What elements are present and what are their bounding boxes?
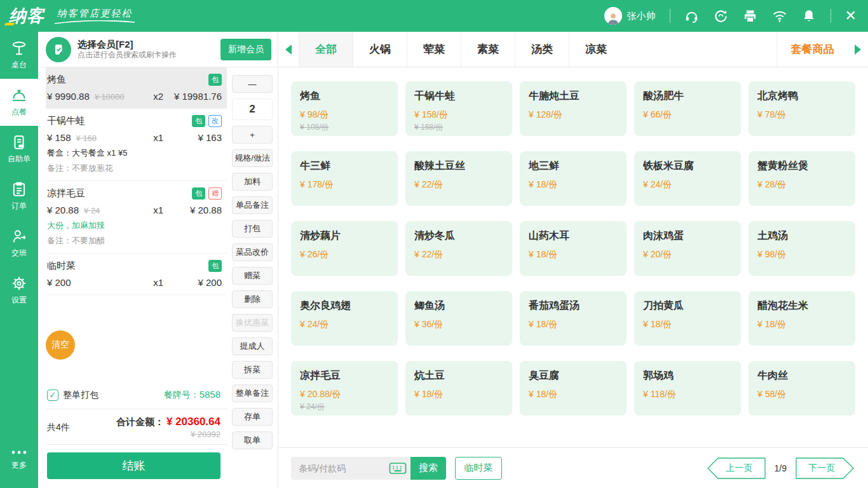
tab-soup[interactable]: 汤类: [515, 32, 569, 67]
sidebar-item-more[interactable]: 更多: [0, 436, 38, 483]
tab-all[interactable]: 全部: [299, 32, 353, 67]
split-dish-button[interactable]: 拆菜: [232, 361, 273, 379]
menu-card[interactable]: 牛肉丝 ¥ 58/份: [749, 361, 855, 416]
commission-person-button[interactable]: 提成人: [232, 337, 273, 355]
pack-checkbox[interactable]: ✓: [47, 390, 58, 401]
item-note: 备注：不要加醋: [47, 235, 222, 247]
order-item[interactable]: 凉拌毛豆 包 赠 ¥ 20.88 ¥ 24 x1 ¥ 20.88: [46, 181, 227, 254]
printer-icon[interactable]: [743, 8, 758, 24]
next-page-button[interactable]: 下一页: [796, 458, 854, 479]
menu-card[interactable]: 北京烤鸭 ¥ 78/份: [749, 81, 855, 136]
old-total-amount: ¥ 20392: [116, 430, 220, 439]
more-icon: [11, 448, 27, 457]
pack-button[interactable]: 打包: [232, 220, 273, 238]
right-triangle-icon: [855, 44, 861, 55]
wifi-icon[interactable]: [772, 8, 787, 24]
tab-meat[interactable]: 荤菜: [407, 32, 461, 67]
sidebar-item-orders[interactable]: 订单: [0, 173, 38, 220]
menu-card[interactable]: 凉拌毛豆 ¥ 20.88/份 ¥ 24/份: [291, 361, 398, 416]
sidebar-item-tables[interactable]: 桌台: [0, 32, 38, 79]
item-note: 备注：不要放葱花: [47, 163, 222, 174]
menu-card[interactable]: 铁板米豆腐 ¥ 24/份: [634, 151, 741, 206]
menu-card[interactable]: 鲫鱼汤 ¥ 36/份: [405, 291, 512, 346]
retrieve-order-button[interactable]: 取单: [232, 431, 273, 449]
checkout-button[interactable]: 结账: [47, 452, 220, 479]
tab-vegetable[interactable]: 素菜: [461, 32, 515, 67]
add-member-button[interactable]: 新增会员: [220, 39, 271, 60]
swap-discount-dish-button: 换优惠菜: [232, 314, 273, 332]
menu-card[interactable]: 酸汤肥牛 ¥ 66/份: [634, 81, 741, 136]
save-order-button[interactable]: 存单: [232, 408, 273, 426]
menu-grid: 烤鱼 ¥ 98/份 ¥ 108/份 干锅牛蛙 ¥ 158/份 ¥ 168/份 牛…: [278, 67, 868, 447]
menu-card[interactable]: 郭场鸡 ¥ 118/份: [634, 361, 741, 416]
order-item[interactable]: 烤鱼 包 ¥ 9990.88 ¥ 10000 x2 ¥ 19981.76: [46, 67, 227, 109]
brand-slogan: 纳客管店更轻松: [53, 8, 136, 25]
menu-card[interactable]: 酸辣土豆丝 ¥ 22/份: [405, 151, 512, 206]
user-name: 张小帅: [627, 10, 656, 22]
sync-icon[interactable]: [714, 8, 729, 24]
tab-hotpot[interactable]: 火锅: [353, 32, 407, 67]
headset-icon[interactable]: [684, 8, 700, 24]
order-note-button[interactable]: 整单备注: [232, 384, 273, 402]
sidebar-item-order[interactable]: 点餐: [0, 79, 38, 126]
item-price: ¥ 20.88: [47, 205, 79, 215]
item-price: ¥ 9990.88: [47, 91, 90, 102]
menu-card[interactable]: 奥尔良鸡翅 ¥ 24/份: [291, 291, 398, 346]
delete-button[interactable]: 删除: [232, 290, 273, 308]
qty-value[interactable]: 2: [232, 98, 273, 120]
tab-cold[interactable]: 凉菜: [569, 32, 623, 67]
total-amount: ¥ 20360.64: [166, 416, 220, 428]
order-column: 烤鱼 包 ¥ 9990.88 ¥ 10000 x2 ¥ 19981.76: [38, 67, 227, 488]
menu-card[interactable]: 炕土豆 ¥ 18/份: [405, 361, 512, 416]
temp-dish-button[interactable]: 临时菜: [455, 457, 502, 480]
order-item[interactable]: 临时菜 包 ¥ 200 x1 ¥ 200: [46, 254, 227, 295]
keyboard-icon[interactable]: [389, 461, 407, 476]
menu-card[interactable]: 蟹黄粉丝煲 ¥ 28/份: [749, 151, 855, 206]
menu-card[interactable]: 土鸡汤 ¥ 98/份: [749, 221, 855, 276]
qty-minus-button[interactable]: —: [232, 75, 273, 93]
scan-input-wrap: [291, 457, 410, 480]
sidebar-item-self-order[interactable]: 自助单: [0, 126, 38, 173]
topbar: 纳客 纳客管店更轻松 张小帅: [0, 0, 868, 32]
slogan-underline: [53, 20, 136, 25]
menu-card[interactable]: 肉沫鸡蛋 ¥ 20/份: [634, 221, 741, 276]
clear-order-button[interactable]: 清空: [46, 330, 75, 360]
item-price: ¥ 158: [47, 132, 71, 143]
item-old-price: ¥ 10000: [95, 92, 125, 102]
menu-card[interactable]: 山药木耳 ¥ 18/份: [520, 221, 627, 276]
pack-badge: 包: [208, 74, 222, 86]
close-icon[interactable]: ✕: [845, 9, 857, 23]
menu-card[interactable]: 醋泡花生米 ¥ 18/份: [749, 291, 855, 346]
change-price-button[interactable]: 菜品改价: [232, 243, 273, 261]
tab-combo-products[interactable]: 套餐商品: [776, 32, 848, 67]
menu-card[interactable]: 烤鱼 ¥ 98/份 ¥ 108/份: [291, 81, 398, 136]
order-item[interactable]: 干锅牛蛙 包 改 ¥ 158 ¥ 168 x1 ¥ 163: [46, 109, 227, 181]
sidebar-item-settings[interactable]: 设置: [0, 267, 38, 314]
user-account[interactable]: 张小帅: [604, 7, 656, 25]
item-total: ¥ 20.88: [163, 205, 222, 215]
gift-dish-button[interactable]: 赠菜: [232, 267, 273, 285]
menu-card[interactable]: 臭豆腐 ¥ 18/份: [520, 361, 627, 416]
menu-card[interactable]: 刀拍黄瓜 ¥ 18/份: [634, 291, 741, 346]
item-note-button[interactable]: 单品备注: [232, 196, 273, 214]
menu-card[interactable]: 干锅牛蛙 ¥ 158/份 ¥ 168/份: [405, 81, 512, 136]
menu-card[interactable]: 番茄鸡蛋汤 ¥ 18/份: [520, 291, 627, 346]
table-tag-value: 5858: [200, 389, 220, 400]
menu-card[interactable]: 牛腩炖土豆 ¥ 128/份: [520, 81, 627, 136]
menu-card[interactable]: 清炒藕片 ¥ 26/份: [291, 221, 398, 276]
menu-card[interactable]: 清炒冬瓜 ¥ 22/份: [405, 221, 512, 276]
qty-plus-button[interactable]: +: [232, 126, 273, 144]
search-button[interactable]: 搜索: [410, 457, 446, 480]
spec-method-button[interactable]: 规格/做法: [232, 149, 273, 167]
spacer: [46, 360, 227, 383]
topbar-divider: [670, 9, 670, 23]
tabs-scroll-right[interactable]: [848, 32, 868, 67]
tabs-scroll-left[interactable]: [278, 32, 299, 67]
bell-icon[interactable]: [801, 8, 817, 24]
member-select-bar[interactable]: 选择会员[F2] 点击进行会员搜索或刷卡操作 新增会员: [38, 32, 278, 67]
sidebar-item-shift[interactable]: 交班: [0, 220, 38, 267]
menu-card[interactable]: 牛三鲜 ¥ 178/份: [291, 151, 398, 206]
prev-page-button[interactable]: 上一页: [707, 458, 766, 479]
add-ingredient-button[interactable]: 加料: [232, 173, 273, 191]
menu-card[interactable]: 地三鲜 ¥ 18/份: [520, 151, 627, 206]
